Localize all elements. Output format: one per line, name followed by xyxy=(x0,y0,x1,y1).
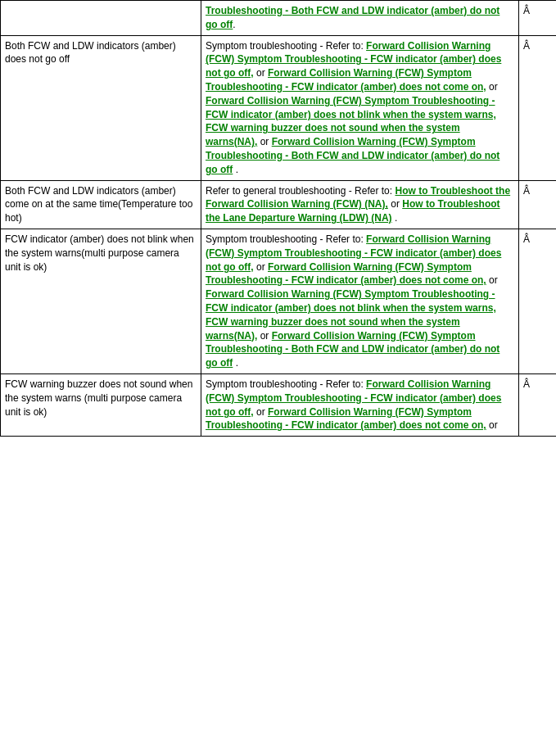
description-cell-4: Symptom troubleshooting - Refer to: Forw… xyxy=(201,373,519,436)
symptom-cell-3: FCW indicator (amber) does not blink whe… xyxy=(1,229,201,373)
ref-cell-1: Â xyxy=(519,35,557,180)
description-cell-3: Symptom troubleshooting - Refer to: Forw… xyxy=(201,229,519,373)
table-row: FCW warning buzzer does not sound when t… xyxy=(1,373,557,436)
ref-cell-0: Â xyxy=(519,1,557,36)
ref-cell-4: Â xyxy=(519,373,557,436)
table-row: Troubleshooting - Both FCW and LDW indic… xyxy=(1,1,557,36)
symptom-cell-1: Both FCW and LDW indicators (amber) does… xyxy=(1,35,201,180)
ref-cell-2: Â xyxy=(519,180,557,229)
symptom-cell-4: FCW warning buzzer does not sound when t… xyxy=(1,373,201,436)
table-row: Both FCW and LDW indicators (amber) does… xyxy=(1,35,557,180)
description-cell-1: Symptom troubleshooting - Refer to: Forw… xyxy=(201,35,519,180)
table-row: FCW indicator (amber) does not blink whe… xyxy=(1,229,557,373)
table-row: Both FCW and LDW indicators (amber) come… xyxy=(1,180,557,229)
link-0-0[interactable]: Troubleshooting - Both FCW and LDW indic… xyxy=(206,5,499,30)
symptom-cell-0 xyxy=(1,1,201,36)
description-cell-0: Troubleshooting - Both FCW and LDW indic… xyxy=(201,1,519,36)
symptom-cell-2: Both FCW and LDW indicators (amber) come… xyxy=(1,180,201,229)
description-cell-2: Refer to general troubleshooting - Refer… xyxy=(201,180,519,229)
ref-cell-3: Â xyxy=(519,229,557,373)
